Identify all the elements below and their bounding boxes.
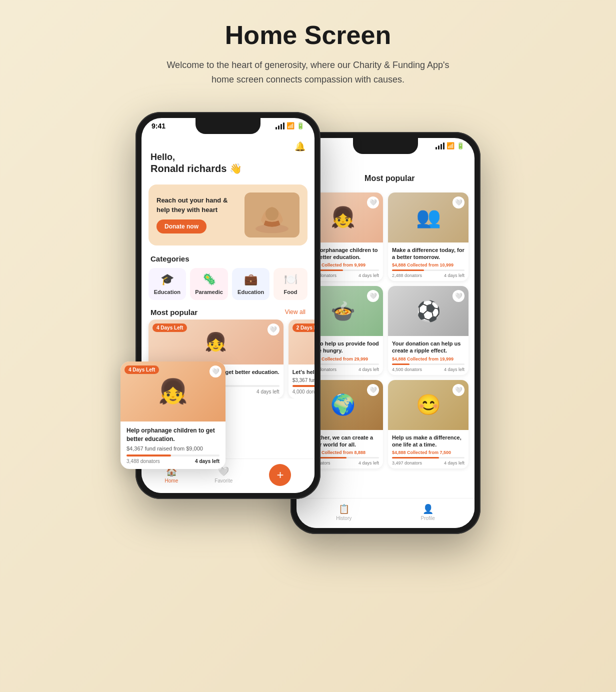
left-phone: 9:41 📶 🔋 Hello, Ronald ric xyxy=(136,112,320,499)
grid-card-body-5: Help us make a difference, one life at a… xyxy=(388,430,468,469)
grid-days-1: 4 days left xyxy=(444,273,464,278)
grid-heart-btn-3[interactable]: 🤍 xyxy=(452,290,464,302)
grid-footer-1: 2,488 donators 4 days left xyxy=(392,273,464,278)
grid-progress-fill-3 xyxy=(392,364,410,365)
cat-icon-1: 🦠 xyxy=(202,273,216,286)
grid-card-body-3: Your donation can help us create a rippl… xyxy=(388,336,468,375)
card-days-badge-0: 4 Days Left xyxy=(152,324,187,332)
add-button[interactable]: + xyxy=(269,464,291,486)
greeting-hello: Hello, xyxy=(150,152,306,162)
grid-days-5: 4 days left xyxy=(444,460,464,466)
banner-image xyxy=(244,192,300,238)
card-img-container-1: 🧒 2 Days Left 🤍 xyxy=(288,320,314,364)
grid-card-title-1: Make a difference today, for a better to… xyxy=(392,246,464,261)
donate-now-button[interactable]: Donate now xyxy=(156,220,206,234)
grid-donators-1: 2,488 donators xyxy=(392,273,422,278)
grid-footer-3: 4,500 donators 4 days left xyxy=(392,367,464,372)
cat-label-2: Education xyxy=(238,289,264,295)
grid-card-1: 👥 🤍 Make a difference today, for a bette… xyxy=(388,192,468,282)
signal-bars xyxy=(276,122,284,130)
grid-days-3: 4 days left xyxy=(444,367,464,372)
grid-collected-1: $4,888 Collected from 10,999 xyxy=(392,262,464,268)
signal-bar-1 xyxy=(276,127,277,130)
card-title-1: Let's help the palestinian education xyxy=(292,368,314,376)
banner-card: Reach out your hand & help they with hea… xyxy=(148,184,308,246)
banner-title: Reach out your hand & help they with hea… xyxy=(156,196,240,214)
most-popular-header: Most popular View all xyxy=(142,304,314,320)
nav-home-label: Home xyxy=(165,478,178,484)
grid-heart-btn-5[interactable]: 🤍 xyxy=(452,384,464,396)
grid-progress-fill-5 xyxy=(392,457,439,458)
floating-card: 👧 4 Days Left 🤍 Help orphanage children … xyxy=(120,362,226,469)
grid-progress-3 xyxy=(392,364,464,365)
categories-title: Categories xyxy=(142,250,314,266)
view-all-button[interactable]: View all xyxy=(285,308,306,316)
right-phone-inner: :41 📶 🔋 ‹ Most popular xyxy=(296,138,474,528)
card-days-0: 4 days left xyxy=(256,389,280,394)
left-status-icons: 📶 🔋 xyxy=(276,122,304,130)
floating-heart-button[interactable]: 🤍 xyxy=(210,366,222,378)
grid-card-title-3: Your donation can help us create a rippl… xyxy=(392,340,464,354)
grid-footer-5: 3,497 donators 4 days left xyxy=(392,460,464,466)
grid-collected-5: $4,888 Collected from 7,500 xyxy=(392,450,464,455)
floating-footer: 3,488 donators 4 days left xyxy=(126,458,220,464)
right-signal-bar-4 xyxy=(443,142,444,150)
right-header: ‹ Most popular xyxy=(296,152,474,190)
right-notch xyxy=(353,138,418,154)
card-footer-1: 4,000 donators 2 days left xyxy=(292,389,314,394)
card-days-badge-1: 2 Days Left xyxy=(292,324,314,332)
grid-days-2: 4 days left xyxy=(358,367,379,372)
right-screen-title: Most popular xyxy=(313,174,466,183)
banner-text: Reach out your hand & help they with hea… xyxy=(156,196,240,233)
nav-favorite-label: Favorite xyxy=(214,478,232,484)
card-body-1: Let's help the palestinian education $3,… xyxy=(288,364,314,398)
right-signal-bar-3 xyxy=(440,144,442,150)
signal-bar-4 xyxy=(283,122,284,130)
cat-label-0: Education xyxy=(154,289,180,295)
right-bottom-nav: 📋 History 👤 Profile xyxy=(296,498,474,528)
grid-card-img-container-1: 👥 🤍 xyxy=(388,192,468,242)
card-heart-btn-0[interactable]: 🤍 xyxy=(268,324,280,336)
card-img-container-0: 👧 4 Days Left 🤍 xyxy=(148,320,284,364)
profile-icon: 👤 xyxy=(422,504,434,514)
floating-card-body: Help orphanage children to get better ed… xyxy=(120,422,226,469)
phones-container: 9:41 📶 🔋 Hello, Ronald ric xyxy=(33,112,583,534)
category-item-2[interactable]: 💼 Education xyxy=(232,268,270,300)
popular-card-1: 🧒 2 Days Left 🤍 Let's help the palestini… xyxy=(288,320,314,398)
grid-donators-5: 3,497 donators xyxy=(392,460,422,466)
signal-bar-2 xyxy=(278,126,280,130)
right-wifi-icon: 📶 xyxy=(446,142,454,150)
category-item-3[interactable]: 🍽️ Food xyxy=(274,268,308,300)
nav-profile[interactable]: 👤 Profile xyxy=(421,504,435,521)
floating-progress-fill xyxy=(126,454,171,456)
grid-days-4: 4 days left xyxy=(358,460,379,466)
category-item-1[interactable]: 🦠 Paramedic xyxy=(190,268,228,300)
grid-heart-btn-2[interactable]: 🤍 xyxy=(367,290,379,302)
bell-icon[interactable]: 🔔 xyxy=(294,141,306,152)
greeting-section: Hello, Ronald richards 👋 🔔 xyxy=(142,132,314,180)
grid-progress-1 xyxy=(392,270,464,271)
cat-icon-3: 🍽️ xyxy=(284,273,298,286)
grid-card-5: 😊 🤍 Help us make a difference, one life … xyxy=(388,380,468,469)
card-donators-1: 4,000 donators xyxy=(292,389,314,394)
cat-label-1: Paramedic xyxy=(195,289,223,295)
page-title: Home Screen xyxy=(158,20,458,50)
card-progress-fill-1 xyxy=(292,385,314,387)
left-screen-content: Hello, Ronald richards 👋 🔔 Reach out you… xyxy=(142,132,314,398)
floating-progress-bar xyxy=(126,454,220,456)
cat-icon-0: 🎓 xyxy=(160,273,174,286)
grid-card-3: ⚽ 🤍 Your donation can help us create a r… xyxy=(388,286,468,375)
grid-heart-btn-4[interactable]: 🤍 xyxy=(367,384,379,396)
grid-progress-5 xyxy=(392,457,464,458)
right-signal-bar-2 xyxy=(438,146,440,150)
floating-card-emoji: 👧 xyxy=(158,378,188,406)
grid-heart-btn-0[interactable]: 🤍 xyxy=(367,196,379,208)
category-item-0[interactable]: 🎓 Education xyxy=(148,268,186,300)
grid-card-img-container-5: 😊 🤍 xyxy=(388,380,468,430)
right-signal-bar-1 xyxy=(436,147,437,150)
nav-history[interactable]: 📋 History xyxy=(336,504,352,521)
signal-bar-3 xyxy=(280,124,282,130)
right-signal-bars xyxy=(436,142,444,150)
grid-heart-btn-1[interactable]: 🤍 xyxy=(452,196,464,208)
cat-icon-2: 💼 xyxy=(244,273,258,286)
